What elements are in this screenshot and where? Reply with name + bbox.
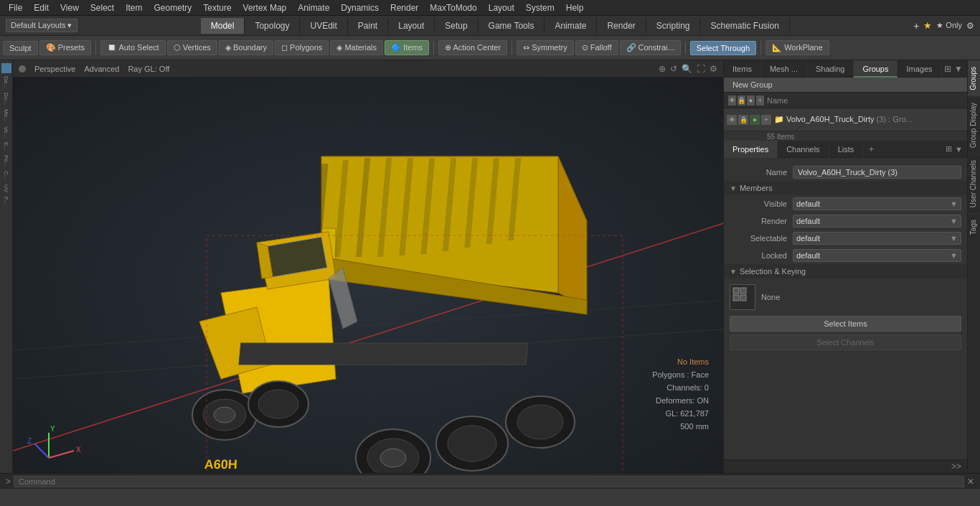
left-icon-1[interactable]	[1, 63, 11, 73]
vtab-tags[interactable]: Tags	[968, 213, 980, 240]
tab-scripting[interactable]: Scripting	[646, 18, 701, 34]
menu-select[interactable]: Select	[85, 0, 120, 16]
tab-schematic-fusion[interactable]: Schematic Fusion	[700, 18, 789, 34]
polygons-button[interactable]: ◻ Polygons	[275, 40, 329, 55]
items-button[interactable]: 🔷 Items	[385, 40, 429, 55]
menu-texture[interactable]: Texture	[197, 0, 237, 16]
tab-model[interactable]: Model	[201, 18, 245, 34]
props-tab-lists[interactable]: Lists	[829, 141, 864, 158]
props-tab-properties[interactable]: Properties	[724, 141, 778, 158]
menu-dynamics[interactable]: Dynamics	[335, 0, 385, 16]
menu-file[interactable]: File	[3, 0, 28, 16]
new-group-button[interactable]: New Group	[724, 78, 967, 93]
panel-tab-items[interactable]: Items	[724, 60, 761, 78]
props-expand-icon[interactable]: ⊞	[946, 144, 952, 154]
presets-button[interactable]: 🎨 Presets	[39, 40, 91, 55]
members-section[interactable]: ▼ Members	[724, 181, 967, 195]
viewport-icon-1[interactable]: ⊕	[659, 64, 666, 74]
perspective-label[interactable]: Perspective	[34, 65, 75, 73]
menu-view[interactable]: View	[55, 0, 85, 16]
svg-text:Z: Z	[27, 437, 32, 445]
tab-layout[interactable]: Layout	[388, 18, 435, 34]
vertices-button[interactable]: ⬡ Vertices	[167, 40, 217, 55]
tab-topology[interactable]: Topology	[245, 18, 300, 34]
materials-button[interactable]: ◈ Materials	[330, 40, 383, 55]
props-body: Name ▼ Members Visible default ▼	[724, 158, 967, 459]
auto-select-button[interactable]: 🔲 Auto Select	[100, 40, 166, 55]
cmd-clear-icon[interactable]: ✕	[967, 477, 974, 487]
symmetry-button[interactable]: ⇔ Symmetry	[517, 40, 574, 55]
name-input[interactable]	[793, 166, 961, 179]
locked-arrow: ▼	[950, 251, 958, 260]
menu-layout[interactable]: Layout	[483, 0, 520, 16]
sel-keying-label: Selection & Keying	[740, 267, 806, 276]
advanced-label[interactable]: Advanced	[84, 65, 119, 73]
menu-geometry[interactable]: Geometry	[149, 0, 198, 16]
expand-icon[interactable]: +	[761, 115, 771, 125]
vtab-group-display[interactable]: Group Display	[968, 96, 980, 154]
tab-paint[interactable]: Paint	[348, 18, 388, 34]
render-select[interactable]: default ▼	[793, 215, 961, 228]
menu-animate[interactable]: Animate	[292, 0, 335, 16]
eye-icon[interactable]: 👁	[727, 115, 737, 125]
tab-render[interactable]: Render	[597, 18, 646, 34]
select-items-button[interactable]: Select Items	[730, 316, 961, 332]
locked-select[interactable]: default ▼	[793, 249, 961, 262]
action-center-button[interactable]: ⊕ Action Center	[438, 40, 507, 55]
menu-edit[interactable]: Edit	[28, 0, 55, 16]
sculpt-button[interactable]: Sculpt	[3, 41, 38, 55]
panel-tab-groups[interactable]: Groups	[854, 60, 897, 78]
lock-icon[interactable]: 🔒	[738, 115, 748, 125]
panel-tab-mesh[interactable]: Mesh ...	[761, 60, 807, 78]
cmd-arrow[interactable]: >	[6, 477, 11, 487]
panel-right-arrow[interactable]: >>	[951, 462, 961, 472]
visible-select[interactable]: default ▼	[793, 197, 961, 210]
panel-expand-icon[interactable]: ⊞	[944, 64, 951, 74]
menu-vertex-map[interactable]: Vertex Map	[237, 0, 293, 16]
sel-keying-section[interactable]: ▼ Selection & Keying	[724, 264, 967, 278]
layout-dropdown[interactable]: Default Layouts ▾	[6, 19, 77, 32]
menu-maxtomodo[interactable]: MaxToModo	[424, 0, 482, 16]
menu-help[interactable]: Help	[560, 0, 590, 16]
selection-keying-area: None Select Items Select Channels	[724, 278, 967, 356]
viewport-dot	[19, 65, 26, 72]
viewport-icon-3[interactable]: 🔍	[682, 64, 692, 74]
vtab-groups[interactable]: Groups	[968, 60, 980, 96]
svg-text:Y: Y	[50, 425, 55, 433]
select-through-button[interactable]: Select Through	[690, 41, 756, 55]
settings-icon[interactable]: ⚙	[966, 21, 974, 31]
menu-system[interactable]: System	[520, 0, 560, 16]
status-overlay: No Items Polygons : Face Channels: 0 Def…	[652, 355, 709, 433]
select-channels-button[interactable]: Select Channels	[730, 334, 961, 350]
constraints-button[interactable]: 🔗 Constrai...	[620, 40, 681, 55]
menu-item[interactable]: Item	[120, 0, 148, 16]
boundary-button[interactable]: ◈ Boundary	[219, 40, 273, 55]
panel-tab-shading[interactable]: Shading	[807, 60, 854, 78]
workplane-button[interactable]: 📐 WorkPlane	[765, 40, 829, 55]
add-tab-icon[interactable]: +	[863, 144, 880, 154]
menu-render[interactable]: Render	[385, 0, 424, 16]
tab-uvedit[interactable]: UVEdit	[300, 18, 347, 34]
panel-tab-images[interactable]: Images	[897, 60, 941, 78]
tab-animate[interactable]: Animate	[545, 18, 597, 34]
viewport[interactable]: Perspective Advanced Ray GL: Off ⊕ ↺ 🔍 ⛶…	[13, 60, 723, 473]
panel-collapse-icon[interactable]: ▼	[954, 64, 963, 74]
viewport-canvas[interactable]: A60H X Y Z No Items Polygons : Face Chan…	[13, 78, 723, 473]
viewport-icon-2[interactable]: ↺	[670, 64, 677, 74]
falloff-button[interactable]: ⊙ Falloff	[575, 40, 618, 55]
add-layout-icon[interactable]: +	[913, 20, 919, 32]
command-input[interactable]	[14, 476, 964, 487]
tab-setup[interactable]: Setup	[435, 18, 478, 34]
selectable-select[interactable]: default ▼	[793, 232, 961, 245]
props-tab-channels[interactable]: Channels	[778, 141, 829, 158]
viewport-icon-5[interactable]: ⚙	[710, 64, 717, 74]
menu-bar: File Edit View Select Item Geometry Text…	[0, 0, 980, 16]
tab-game-tools[interactable]: Game Tools	[479, 18, 545, 34]
viewport-icon-4[interactable]: ⛶	[697, 64, 705, 74]
props-shrink-icon[interactable]: ▼	[955, 145, 963, 154]
ray-gl-label[interactable]: Ray GL: Off	[128, 65, 169, 73]
right-vtabs: Groups Group Display User Channels Tags	[967, 60, 980, 473]
render-icon[interactable]: ●	[750, 115, 760, 125]
group-item[interactable]: 👁 🔒 ● + 📁 Volvo_A60H_Truck_Dirty (3) : G…	[724, 108, 967, 131]
vtab-user-channels[interactable]: User Channels	[968, 154, 980, 213]
